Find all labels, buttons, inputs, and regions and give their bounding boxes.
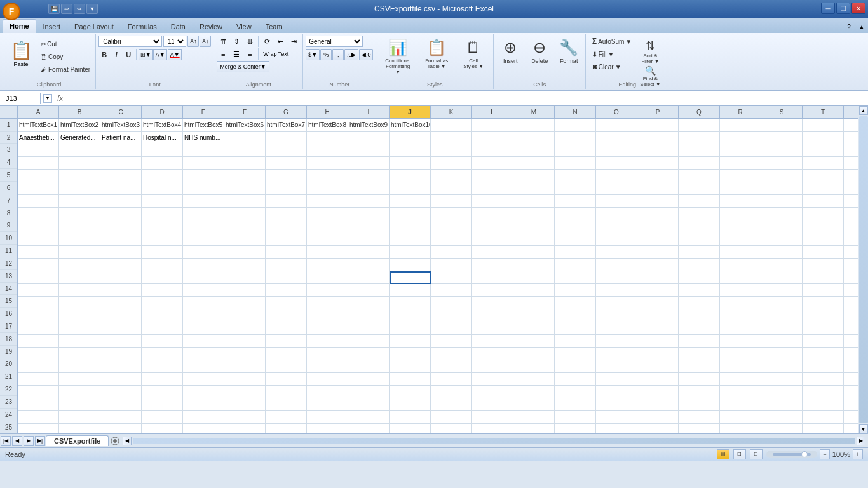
cell-u13[interactable] bbox=[844, 271, 858, 284]
cell-l13[interactable] bbox=[472, 271, 513, 284]
row-num-25[interactable]: 25 bbox=[0, 421, 17, 434]
row-num-19[interactable]: 19 bbox=[0, 346, 17, 358]
col-header-s[interactable]: S bbox=[761, 106, 803, 119]
corner-cell[interactable] bbox=[0, 106, 17, 119]
row-num-13[interactable]: 13 bbox=[0, 270, 17, 283]
row-num-9[interactable]: 9 bbox=[0, 219, 17, 232]
cell-q13[interactable] bbox=[679, 271, 720, 284]
cell-d3[interactable] bbox=[142, 144, 183, 157]
cell-s13[interactable] bbox=[761, 271, 803, 284]
cell-e2[interactable]: NHS numb... bbox=[183, 132, 224, 144]
cell-m13[interactable] bbox=[513, 271, 555, 284]
cell-b3[interactable] bbox=[59, 144, 100, 157]
row-num-21[interactable]: 21 bbox=[0, 370, 17, 383]
formula-expand-button[interactable]: ▼ bbox=[43, 94, 52, 103]
scroll-thumb[interactable] bbox=[859, 116, 868, 423]
align-bottom-button[interactable]: ⇊ bbox=[243, 36, 256, 47]
minimize-button[interactable]: ─ bbox=[821, 3, 835, 14]
col-header-q[interactable]: Q bbox=[679, 106, 720, 119]
indent-decrease-button[interactable]: ⇤ bbox=[274, 36, 287, 47]
row-num-4[interactable]: 4 bbox=[0, 156, 17, 169]
page-layout-view-button[interactable]: ⊟ bbox=[733, 449, 746, 459]
cell-t2[interactable] bbox=[803, 132, 844, 144]
fill-color-button[interactable]: A▼ bbox=[153, 49, 167, 60]
cell-f2[interactable] bbox=[224, 132, 266, 144]
quick-undo-button[interactable]: ↩ bbox=[61, 4, 72, 14]
cell-a3[interactable] bbox=[18, 144, 59, 157]
col-header-j[interactable]: J bbox=[390, 106, 431, 119]
cell-c13[interactable] bbox=[100, 271, 142, 284]
col-header-f[interactable]: F bbox=[224, 106, 266, 119]
row-num-14[interactable]: 14 bbox=[0, 283, 17, 295]
zoom-slider[interactable] bbox=[766, 451, 817, 458]
border-button[interactable]: ⊞▼ bbox=[139, 49, 153, 60]
tab-page-layout[interactable]: Page Layout bbox=[67, 19, 121, 33]
cell-a1[interactable]: htmlTextBox1 bbox=[18, 119, 59, 132]
tab-view[interactable]: View bbox=[229, 19, 259, 33]
find-select-button[interactable]: 🔍 Find &Select ▼ bbox=[635, 62, 665, 81]
number-format-select[interactable]: General bbox=[306, 36, 363, 47]
col-header-t[interactable]: T bbox=[803, 106, 844, 119]
row-num-8[interactable]: 8 bbox=[0, 207, 17, 220]
cell-i1[interactable]: htmlTextBox9 bbox=[348, 119, 390, 132]
indent-increase-button[interactable]: ⇥ bbox=[287, 36, 300, 47]
cell-j1[interactable]: htmlTextBox10 bbox=[390, 119, 431, 132]
cell-u3[interactable] bbox=[844, 144, 858, 157]
cell-b1[interactable]: htmlTextBox2 bbox=[59, 119, 100, 132]
row-num-24[interactable]: 24 bbox=[0, 409, 17, 421]
row-num-1[interactable]: 1 bbox=[0, 119, 17, 132]
font-color-button[interactable]: A▼ bbox=[168, 49, 182, 60]
vertical-scrollbar[interactable]: ▲ ▼ bbox=[858, 106, 868, 433]
font-shrink-button[interactable]: A↓ bbox=[200, 36, 211, 47]
col-header-k[interactable]: K bbox=[431, 106, 472, 119]
row-num-22[interactable]: 22 bbox=[0, 383, 17, 396]
cell-j2[interactable] bbox=[390, 132, 431, 144]
close-button[interactable]: ✕ bbox=[851, 3, 865, 14]
row-num-11[interactable]: 11 bbox=[0, 245, 17, 257]
cell-b2[interactable]: Generated... bbox=[59, 132, 100, 144]
cell-k1[interactable] bbox=[431, 119, 472, 132]
cell-j3[interactable] bbox=[390, 144, 431, 157]
underline-button[interactable]: U bbox=[123, 49, 134, 60]
paste-button[interactable]: 📋 Paste bbox=[5, 36, 37, 71]
format-button[interactable]: 🔧 Format bbox=[555, 36, 583, 67]
cell-d2[interactable]: Hospital n... bbox=[142, 132, 183, 144]
tab-team[interactable]: Team bbox=[259, 19, 290, 33]
cell-t13[interactable] bbox=[803, 271, 844, 284]
h-scroll-thumb[interactable] bbox=[133, 438, 855, 444]
zoom-in-button[interactable]: + bbox=[853, 449, 863, 459]
row-num-16[interactable]: 16 bbox=[0, 308, 17, 320]
cell-c1[interactable]: htmlTextBox3 bbox=[100, 119, 142, 132]
cell-p13[interactable] bbox=[637, 271, 679, 284]
col-header-d[interactable]: D bbox=[142, 106, 183, 119]
cell-s2[interactable] bbox=[761, 132, 803, 144]
align-top-button[interactable]: ⇈ bbox=[217, 36, 229, 47]
col-header-i[interactable]: I bbox=[348, 106, 390, 119]
cell-t1[interactable] bbox=[803, 119, 844, 132]
horizontal-scrollbar[interactable]: ◀ ▶ bbox=[120, 437, 868, 445]
row-num-10[interactable]: 10 bbox=[0, 232, 17, 245]
cell-c2[interactable]: Patient na... bbox=[100, 132, 142, 144]
sheet-nav-last[interactable]: ▶| bbox=[35, 436, 45, 446]
sort-filter-button[interactable]: ⇅ Sort &Filter ▼ bbox=[635, 36, 665, 61]
cell-m2[interactable] bbox=[513, 132, 555, 144]
cell-a13[interactable] bbox=[18, 271, 59, 284]
row-num-2[interactable]: 2 bbox=[0, 132, 17, 144]
cell-l1[interactable] bbox=[472, 119, 513, 132]
cell-h2[interactable] bbox=[307, 132, 348, 144]
row-num-7[interactable]: 7 bbox=[0, 194, 17, 207]
font-name-select[interactable]: Calibri bbox=[98, 36, 162, 47]
font-grow-button[interactable]: A↑ bbox=[187, 36, 199, 47]
row-num-17[interactable]: 17 bbox=[0, 320, 17, 333]
cell-i2[interactable] bbox=[348, 132, 390, 144]
tab-home[interactable]: Home bbox=[3, 19, 36, 33]
cell-g13[interactable] bbox=[266, 271, 307, 284]
cell-f1[interactable]: htmlTextBox6 bbox=[224, 119, 266, 132]
cell-r13[interactable] bbox=[720, 271, 761, 284]
cell-s3[interactable] bbox=[761, 144, 803, 157]
cell-j13[interactable] bbox=[390, 271, 431, 284]
insert-button[interactable]: ⊕ Insert bbox=[496, 36, 524, 67]
cell-d13[interactable] bbox=[142, 271, 183, 284]
cell-g3[interactable] bbox=[266, 144, 307, 157]
sheet-tab-csvexportfile[interactable]: CSVExportfile bbox=[46, 435, 109, 446]
